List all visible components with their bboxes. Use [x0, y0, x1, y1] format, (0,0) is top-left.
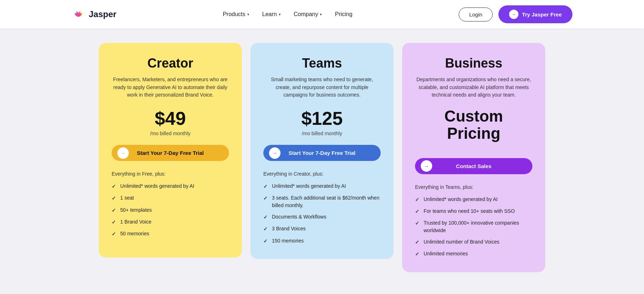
- teams-feature-list: ✓ Unlimited* words generated by AI ✓ 3 s…: [263, 182, 381, 245]
- list-item: ✓ 50+ templates: [112, 206, 229, 214]
- check-icon: ✓: [112, 219, 116, 226]
- teams-description: Small marketing teams who need to genera…: [263, 76, 381, 99]
- check-icon: ✓: [112, 230, 116, 237]
- check-icon: ✓: [415, 208, 419, 215]
- creator-card: Creator Freelancers, Marketers, and entr…: [99, 43, 242, 258]
- check-icon: ✓: [263, 225, 268, 232]
- nav-item-pricing[interactable]: Pricing: [335, 11, 352, 18]
- list-item: ✓ 1 seat: [112, 194, 229, 202]
- check-icon: ✓: [112, 183, 116, 190]
- business-features-header: Everything in Teams, plus:: [415, 184, 532, 190]
- chevron-down-icon: ▾: [247, 12, 249, 17]
- list-item: ✓ 3 Brand Voices: [263, 225, 381, 232]
- list-item: ✓ 3 seats. Each additional seat is $62/m…: [263, 194, 381, 209]
- check-icon: ✓: [415, 220, 419, 227]
- creator-price: $49: [112, 108, 229, 129]
- arrow-icon: →: [509, 10, 518, 19]
- login-button[interactable]: Login: [459, 8, 493, 21]
- list-item: ✓ For teams who need 10+ seats with SSO: [415, 207, 532, 215]
- nav-item-learn[interactable]: Learn ▾: [262, 11, 281, 18]
- check-icon: ✓: [263, 237, 268, 245]
- nav-item-products[interactable]: Products ▾: [223, 11, 249, 18]
- try-jasper-button[interactable]: → Try Jasper Free: [498, 5, 572, 23]
- check-icon: ✓: [112, 207, 116, 214]
- nav-actions: Login → Try Jasper Free: [459, 5, 572, 23]
- business-cta-button[interactable]: → Contact Sales: [415, 158, 532, 174]
- business-description: Departments and organizations who need a…: [415, 76, 532, 99]
- teams-title: Teams: [263, 56, 381, 71]
- list-item: ✓ 1 Brand Voice: [112, 218, 229, 226]
- check-icon: ✓: [415, 250, 419, 258]
- list-item: ✓ Trusted by 100,000+ innovative compani…: [415, 219, 532, 234]
- teams-price: $125: [263, 108, 381, 129]
- chevron-down-icon: ▾: [279, 12, 281, 17]
- check-icon: ✓: [263, 183, 268, 190]
- cards-container: Creator Freelancers, Marketers, and entr…: [57, 43, 587, 272]
- teams-card: Teams Small marketing teams who need to …: [250, 43, 394, 259]
- list-item: ✓ Unlimited* words generated by AI: [415, 196, 532, 203]
- business-price: CustomPricing: [415, 108, 532, 142]
- business-card: Business Departments and organizations w…: [402, 43, 545, 272]
- list-item: ✓ Unlimited* words generated by AI: [263, 182, 381, 190]
- svg-point-5: [80, 12, 82, 14]
- arrow-icon: →: [421, 160, 432, 172]
- creator-title: Creator: [112, 56, 229, 71]
- arrow-icon: →: [269, 147, 280, 159]
- jasper-logo-icon: [72, 8, 85, 21]
- nav-links: Products ▾ Learn ▾ Company ▾ Pricing: [223, 11, 352, 18]
- nav-item-company[interactable]: Company ▾: [294, 11, 322, 18]
- logo-text: Jasper: [89, 9, 116, 19]
- check-icon: ✓: [415, 196, 419, 203]
- chevron-down-icon: ▾: [320, 12, 322, 17]
- svg-point-4: [75, 12, 77, 14]
- pricing-section: Creator Freelancers, Marketers, and entr…: [0, 29, 644, 294]
- list-item: ✓ Documents & Workflows: [263, 213, 381, 221]
- arrow-icon: →: [117, 147, 129, 159]
- business-feature-list: ✓ Unlimited* words generated by AI ✓ For…: [415, 196, 532, 258]
- check-icon: ✓: [263, 195, 268, 202]
- list-item: ✓ 50 memories: [112, 230, 229, 237]
- creator-price-period: /mo billed monthly: [112, 131, 229, 136]
- teams-cta-button[interactable]: → Start Your 7-Day Free Trial: [263, 145, 381, 161]
- list-item: ✓ Unlimited* words generated by AI: [112, 182, 229, 190]
- creator-feature-list: ✓ Unlimited* words generated by AI ✓ 1 s…: [112, 182, 229, 237]
- teams-price-period: /mo billed monthly: [263, 131, 381, 136]
- creator-features-header: Everything in Free, plus:: [112, 171, 229, 177]
- check-icon: ✓: [263, 214, 268, 221]
- teams-features-header: Everything in Creator, plus:: [263, 171, 381, 177]
- logo[interactable]: Jasper: [72, 8, 116, 21]
- creator-description: Freelancers, Marketers, and entrepreneur…: [112, 76, 229, 99]
- check-icon: ✓: [112, 195, 116, 202]
- svg-point-3: [76, 13, 81, 17]
- navbar: Jasper Products ▾ Learn ▾ Company ▾ Pric…: [0, 0, 644, 29]
- business-price-period: [415, 144, 532, 150]
- list-item: ✓ 150 memories: [263, 237, 381, 245]
- creator-cta-button[interactable]: → Start Your 7-Day Free Trial: [112, 145, 229, 161]
- business-title: Business: [415, 56, 532, 71]
- list-item: ✓ Unlimited memories: [415, 250, 532, 258]
- list-item: ✓ Unlimited number of Brand Voices: [415, 238, 532, 246]
- check-icon: ✓: [415, 239, 419, 246]
